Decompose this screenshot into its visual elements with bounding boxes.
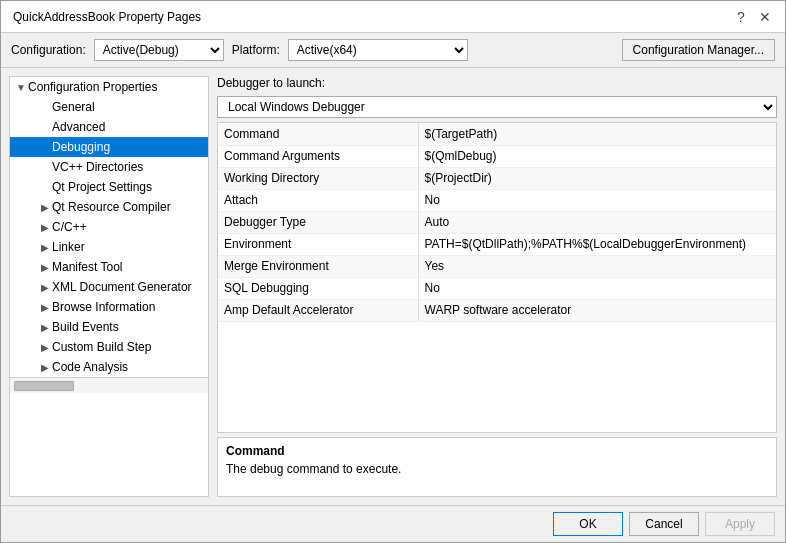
description-text: The debug command to execute. (226, 462, 768, 476)
tree-item-label: Debugging (52, 140, 204, 154)
property-value: Yes (418, 255, 776, 277)
tree-item-label: VC++ Directories (52, 160, 204, 174)
property-name: Environment (218, 233, 418, 255)
tree-item-label: C/C++ (52, 220, 204, 234)
bottom-bar: OK Cancel Apply (1, 505, 785, 542)
tree-item-label: Qt Project Settings (52, 180, 204, 194)
table-row[interactable]: Working Directory$(ProjectDir) (218, 167, 776, 189)
tree-item-label: Browse Information (52, 300, 204, 314)
close-button[interactable]: ✕ (757, 9, 773, 25)
left-panel: ▼ Configuration Properties General Advan… (9, 76, 209, 497)
tree-item-label: Manifest Tool (52, 260, 204, 274)
tree-item-qt-project-settings[interactable]: Qt Project Settings (10, 177, 208, 197)
main-window: QuickAddressBook Property Pages ? ✕ Conf… (0, 0, 786, 543)
tree-item-xml-doc-generator[interactable]: ▶ XML Document Generator (10, 277, 208, 297)
tree-item-advanced[interactable]: Advanced (10, 117, 208, 137)
description-panel: Command The debug command to execute. (217, 437, 777, 497)
tree-item-label: Build Events (52, 320, 204, 334)
tree-root-label: Configuration Properties (28, 80, 204, 94)
tree-item-general[interactable]: General (10, 97, 208, 117)
property-value: $(ProjectDir) (418, 167, 776, 189)
property-value: PATH=$(QtDllPath);%PATH%$(LocalDebuggerE… (418, 233, 776, 255)
window-title: QuickAddressBook Property Pages (13, 10, 201, 24)
property-value: $(TargetPath) (418, 123, 776, 145)
properties-table-container: Command$(TargetPath)Command Arguments$(Q… (217, 122, 777, 433)
title-bar: QuickAddressBook Property Pages ? ✕ (1, 1, 785, 33)
description-title: Command (226, 444, 768, 458)
tree-item-label: Code Analysis (52, 360, 204, 374)
table-row[interactable]: Debugger TypeAuto (218, 211, 776, 233)
platform-select[interactable]: Active(x64) (288, 39, 468, 61)
property-value: $(QmlDebug) (418, 145, 776, 167)
tree-item-cpp[interactable]: ▶ C/C++ (10, 217, 208, 237)
configuration-select[interactable]: Active(Debug) (94, 39, 224, 61)
property-name: Command (218, 123, 418, 145)
property-value: No (418, 189, 776, 211)
config-bar: Configuration: Active(Debug) Platform: A… (1, 33, 785, 68)
tree-item-vc-directories[interactable]: VC++ Directories (10, 157, 208, 177)
title-controls: ? ✕ (733, 9, 773, 25)
property-name: Amp Default Accelerator (218, 299, 418, 321)
properties-table: Command$(TargetPath)Command Arguments$(Q… (218, 123, 776, 322)
debugger-select-row: Local Windows Debugger (217, 96, 777, 118)
tree-root-expand-icon: ▼ (14, 82, 28, 93)
tree-item-browse-info[interactable]: ▶ Browse Information (10, 297, 208, 317)
tree-item-label: Qt Resource Compiler (52, 200, 204, 214)
help-button[interactable]: ? (733, 9, 749, 25)
configuration-label: Configuration: (11, 43, 86, 57)
configuration-manager-button[interactable]: Configuration Manager... (622, 39, 775, 61)
tree-root-item[interactable]: ▼ Configuration Properties (10, 77, 208, 97)
ok-button[interactable]: OK (553, 512, 623, 536)
platform-label: Platform: (232, 43, 280, 57)
scrollbar-thumb[interactable] (14, 381, 74, 391)
tree-item-label: Linker (52, 240, 204, 254)
apply-button[interactable]: Apply (705, 512, 775, 536)
property-name: Working Directory (218, 167, 418, 189)
property-name: Merge Environment (218, 255, 418, 277)
tree-item-label: Custom Build Step (52, 340, 204, 354)
cancel-button[interactable]: Cancel (629, 512, 699, 536)
right-panel: Debugger to launch: Local Windows Debugg… (217, 76, 777, 497)
tree-item-custom-build-step[interactable]: ▶ Custom Build Step (10, 337, 208, 357)
tree-item-label: General (52, 100, 204, 114)
property-name: Debugger Type (218, 211, 418, 233)
tree-item-linker[interactable]: ▶ Linker (10, 237, 208, 257)
property-name: Attach (218, 189, 418, 211)
property-name: Command Arguments (218, 145, 418, 167)
tree-item-code-analysis[interactable]: ▶ Code Analysis (10, 357, 208, 377)
tree-item-manifest-tool[interactable]: ▶ Manifest Tool (10, 257, 208, 277)
property-value: Auto (418, 211, 776, 233)
debugger-select[interactable]: Local Windows Debugger (217, 96, 777, 118)
main-content: ▼ Configuration Properties General Advan… (1, 68, 785, 505)
tree-item-debugging[interactable]: Debugging (10, 137, 208, 157)
property-value: No (418, 277, 776, 299)
table-row[interactable]: AttachNo (218, 189, 776, 211)
tree-item-qt-resource-compiler[interactable]: ▶ Qt Resource Compiler (10, 197, 208, 217)
tree-item-label: XML Document Generator (52, 280, 204, 294)
table-row[interactable]: EnvironmentPATH=$(QtDllPath);%PATH%$(Loc… (218, 233, 776, 255)
left-panel-scrollbar[interactable] (10, 377, 208, 393)
table-row[interactable]: Amp Default AcceleratorWARP software acc… (218, 299, 776, 321)
table-row[interactable]: Command$(TargetPath) (218, 123, 776, 145)
tree-item-build-events[interactable]: ▶ Build Events (10, 317, 208, 337)
property-name: SQL Debugging (218, 277, 418, 299)
tree-item-label: Advanced (52, 120, 204, 134)
table-row[interactable]: Merge EnvironmentYes (218, 255, 776, 277)
table-row[interactable]: SQL DebuggingNo (218, 277, 776, 299)
debugger-label: Debugger to launch: (217, 76, 777, 90)
table-row[interactable]: Command Arguments$(QmlDebug) (218, 145, 776, 167)
property-value: WARP software accelerator (418, 299, 776, 321)
